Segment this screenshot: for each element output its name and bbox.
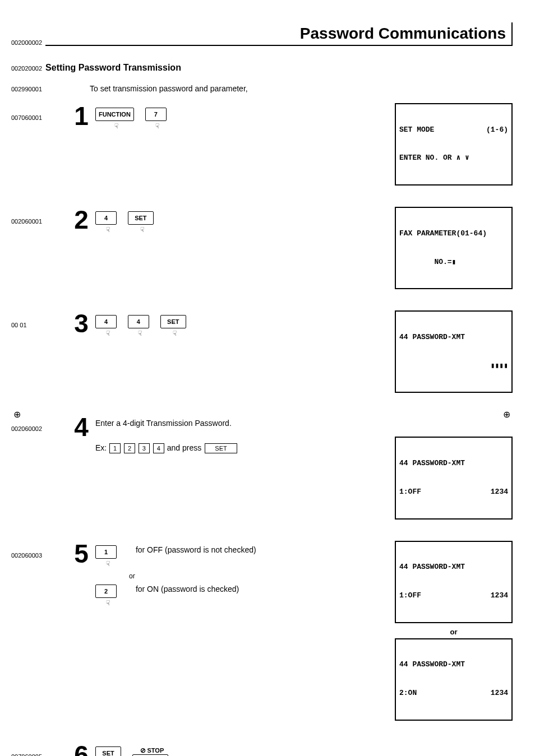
lcd-step-5-off: 44 PASSWORD-XMT 1:OFF1234 xyxy=(395,541,513,623)
step-5-code: 002060003 xyxy=(11,541,67,559)
or-label: or xyxy=(129,572,395,580)
section-heading: 002020002 Setting Password Transmission xyxy=(11,63,513,73)
key-4a-label: 4 xyxy=(95,315,117,328)
step-2-num: 2 xyxy=(67,207,95,233)
key-set: SET xyxy=(128,211,157,234)
step-5: 002060003 5 1 for OFF (password is not c… xyxy=(11,541,513,725)
lcd-text: ▮▮▮▮ xyxy=(399,361,508,371)
step-1-num: 1 xyxy=(67,103,95,129)
lcd-text: 2:ON xyxy=(399,689,417,698)
key-stop: STOP xyxy=(132,746,172,756)
lcd-step-1: SET MODE(1-6) ENTER NO. OR ∧ ∨ xyxy=(395,103,513,185)
key-2-label: 2 xyxy=(95,585,117,598)
press-icon xyxy=(95,122,137,130)
key-set: SET xyxy=(160,315,190,337)
step-2: 002060001 2 4 SET FAX PARAMETER(01-64) N… xyxy=(11,207,513,294)
step-6-num: 6 xyxy=(67,742,95,756)
press-icon xyxy=(95,599,120,607)
lcd-step-2: FAX PARAMETER(01-64) NO.=▮ xyxy=(395,207,513,289)
key-7-label: 7 xyxy=(145,108,167,121)
step-3-num: 3 xyxy=(67,310,95,336)
on-text: for ON (password is checked) xyxy=(136,585,239,593)
lcd-or: or xyxy=(395,628,513,636)
ex-set-key: SET xyxy=(205,443,237,453)
key-set-label: SET xyxy=(95,746,121,756)
step-1-code: 007060001 xyxy=(11,103,67,121)
key-4b-label: 4 xyxy=(128,315,149,328)
lcd-text: 44 PASSWORD-XMT xyxy=(399,459,508,469)
press-icon xyxy=(145,122,170,130)
page-title: Password Communications xyxy=(300,25,506,42)
section-code: 002020002 xyxy=(11,65,42,72)
step-2-code: 002060001 xyxy=(11,207,67,225)
off-text: for OFF (password is not checked) xyxy=(136,545,256,554)
lcd-step-3: 44 PASSWORD-XMT ▮▮▮▮ xyxy=(395,310,513,393)
lcd-text: 1234 xyxy=(491,488,508,497)
lcd-text: 1:OFF xyxy=(399,591,421,601)
press-icon xyxy=(95,226,120,234)
ex-key-3: 3 xyxy=(139,443,150,453)
lcd-text: 44 PASSWORD-XMT xyxy=(399,333,508,342)
header-code: 002000002 xyxy=(11,39,42,46)
ex-key-1: 1 xyxy=(109,443,121,453)
key-1-label: 1 xyxy=(95,545,117,559)
ex-key-2: 2 xyxy=(124,443,135,453)
title-box: Password Communications xyxy=(45,22,513,46)
function-key: FUNCTION xyxy=(95,108,137,130)
lcd-text: 1234 xyxy=(491,591,508,601)
step-6: 007060005 6 SET STOP xyxy=(11,742,513,756)
lcd-text: 1:OFF xyxy=(399,488,421,497)
step-4-num: 4 xyxy=(67,414,95,440)
press-icon xyxy=(128,226,157,234)
key-function: FUNCTION xyxy=(95,108,134,121)
lcd-step-4: 44 PASSWORD-XMT 1:OFF1234 xyxy=(395,437,513,519)
press-icon xyxy=(128,330,153,337)
lcd-text: 44 PASSWORD-XMT xyxy=(399,563,508,572)
page-header: 002000002 Password Communications xyxy=(11,22,513,46)
lcd-step-5-on: 44 PASSWORD-XMT 2:ON1234 xyxy=(395,638,513,721)
key-set-label: SET xyxy=(160,315,186,328)
press-icon xyxy=(160,330,190,337)
key-set-label: SET xyxy=(128,211,154,225)
ex-mid: and press xyxy=(167,443,204,452)
key-1: 1 xyxy=(95,545,120,568)
stop-label: STOP xyxy=(132,746,172,754)
key-7: 7 xyxy=(145,108,170,130)
key-4b: 4 xyxy=(128,315,153,337)
step-3-code: 00 01 xyxy=(11,310,67,328)
example-label: Ex: xyxy=(95,443,107,452)
press-icon xyxy=(95,560,120,568)
key-2: 2 xyxy=(95,585,120,607)
lcd-text: 44 PASSWORD-XMT xyxy=(399,660,508,670)
key-set: SET xyxy=(95,746,124,756)
step-3: 00 01 3 4 4 SET 44 PASSWORD-XMT ▮▮▮▮ xyxy=(11,310,513,397)
step-1: 007060001 1 FUNCTION 7 SET MODE(1-6) ENT… xyxy=(11,103,513,190)
lcd-text: ENTER NO. OR ∧ ∨ xyxy=(399,154,508,163)
key-4: 4 xyxy=(95,211,120,234)
lcd-text: NO.=▮ xyxy=(399,258,508,267)
key-4a: 4 xyxy=(95,315,120,337)
lcd-text: FAX PARAMETER(01-64) xyxy=(399,229,508,239)
crop-mark-left-icon: ⊕ xyxy=(13,409,21,420)
intro-text: To set transmission password and paramet… xyxy=(90,84,248,93)
lcd-text: SET MODE xyxy=(399,126,434,135)
intro-code: 002990001 xyxy=(11,86,67,92)
step-6-code: 007060005 xyxy=(11,742,67,756)
intro: 002990001 To set transmission password a… xyxy=(11,84,513,93)
step-5-num: 5 xyxy=(67,541,95,567)
ex-key-4: 4 xyxy=(153,443,164,453)
lcd-text: 1234 xyxy=(491,689,508,698)
section-title: Setting Password Transmission xyxy=(45,63,181,73)
press-icon xyxy=(95,330,120,337)
key-4-label: 4 xyxy=(95,211,117,225)
lcd-text: (1-6) xyxy=(486,126,508,135)
step-4: 002060002 4 Enter a 4-digit Transmission… xyxy=(11,414,513,523)
step-4-text1: Enter a 4-digit Transmission Password. xyxy=(95,419,232,428)
crop-mark-right-icon: ⊕ xyxy=(503,409,510,420)
